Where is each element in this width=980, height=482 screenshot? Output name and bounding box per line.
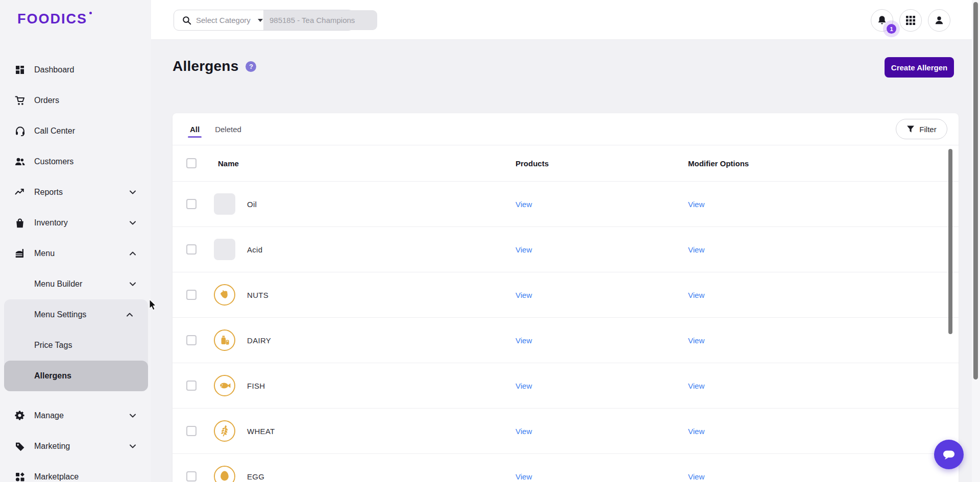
allergen-name: Acid: [247, 245, 262, 254]
view-modifiers-link[interactable]: View: [688, 291, 704, 299]
profile-button[interactable]: [928, 9, 950, 32]
logo-text: FOODICS: [17, 11, 87, 27]
sidebar-item-label: Menu Builder: [34, 280, 82, 289]
sidebar-item-label: Orders: [34, 96, 59, 105]
sidebar-item-marketing[interactable]: Marketing: [0, 431, 151, 462]
row-checkbox[interactable]: [186, 380, 197, 391]
chevron-up-icon: [127, 313, 133, 317]
tab-deleted[interactable]: Deleted: [215, 113, 241, 145]
sidebar: FOODICS Dashboard Orders Call Center Cus…: [0, 0, 151, 482]
nuts-icon: [214, 284, 235, 306]
header-products: Products: [516, 159, 549, 168]
view-modifiers-link[interactable]: View: [688, 245, 704, 254]
allergen-thumbnail: [211, 420, 238, 442]
sidebar-nav: Dashboard Orders Call Center Customers R…: [0, 55, 151, 482]
logo-trademark-dot: [89, 12, 92, 14]
dashboard-icon: [14, 64, 26, 75]
allergen-name: FISH: [247, 382, 265, 390]
egg-icon: [214, 466, 235, 482]
row-checkbox[interactable]: [186, 199, 197, 209]
sidebar-item-dashboard[interactable]: Dashboard: [0, 55, 151, 85]
view-products-link[interactable]: View: [516, 427, 532, 436]
customers-icon: [14, 156, 26, 167]
filter-button[interactable]: Filter: [896, 119, 947, 139]
sidebar-item-inventory[interactable]: Inventory: [0, 208, 151, 238]
sidebar-item-price-tags[interactable]: Price Tags: [4, 330, 148, 361]
sidebar-item-label: Menu: [34, 249, 55, 258]
headset-icon: [14, 125, 26, 137]
sidebar-item-manage[interactable]: Manage: [0, 400, 151, 431]
sidebar-item-customers[interactable]: Customers: [0, 146, 151, 177]
view-products-link[interactable]: View: [516, 291, 532, 299]
sidebar-item-label: Reports: [34, 188, 63, 197]
apps-button[interactable]: [899, 9, 922, 32]
sidebar-item-label: Call Center: [34, 126, 75, 136]
image-placeholder: [214, 239, 235, 260]
view-products-link[interactable]: View: [516, 200, 532, 209]
sidebar-item-menu-builder[interactable]: Menu Builder: [0, 269, 151, 299]
sidebar-item-reports[interactable]: Reports: [0, 177, 151, 208]
help-icon[interactable]: ?: [246, 61, 256, 72]
chevron-down-icon: [130, 444, 136, 448]
create-allergen-button[interactable]: Create Allergen: [885, 57, 954, 78]
view-modifiers-link[interactable]: View: [688, 382, 704, 390]
sidebar-item-call-center[interactable]: Call Center: [0, 116, 151, 146]
filter-button-label: Filter: [919, 125, 936, 134]
allergen-thumbnail: [211, 329, 238, 351]
window-scrollbar-track[interactable]: [972, 0, 980, 482]
window-scrollbar-thumb[interactable]: [973, 2, 978, 379]
allergen-name: WHEAT: [247, 427, 275, 436]
category-select[interactable]: Select Category: [174, 10, 263, 30]
chevron-down-icon: [130, 414, 136, 418]
view-modifiers-link[interactable]: View: [688, 427, 704, 436]
search-icon: [182, 16, 191, 25]
sidebar-item-menu[interactable]: Menu: [0, 238, 151, 269]
sidebar-item-allergens[interactable]: Allergens: [4, 361, 148, 391]
person-icon: [934, 15, 945, 26]
sidebar-item-label: Manage: [34, 411, 64, 420]
header-name: Name: [218, 159, 239, 168]
table-row: DAIRY View View: [173, 318, 959, 363]
sidebar-item-marketplace[interactable]: Marketplace: [0, 462, 151, 482]
main-content: Allergens ? Create Allergen All Deleted …: [151, 40, 980, 482]
chat-button[interactable]: [934, 440, 964, 469]
chevron-down-icon: [130, 190, 136, 194]
allergen-thumbnail: [211, 239, 238, 260]
view-modifiers-link[interactable]: View: [688, 472, 704, 481]
row-checkbox[interactable]: [186, 290, 197, 300]
sidebar-item-label: Customers: [34, 157, 74, 166]
allergen-thumbnail: [211, 193, 238, 215]
notification-count-badge: 1: [887, 24, 896, 34]
row-checkbox[interactable]: [186, 335, 197, 345]
chevron-down-icon: [130, 221, 136, 225]
select-all-checkbox[interactable]: [186, 158, 197, 168]
view-modifiers-link[interactable]: View: [688, 200, 704, 209]
view-products-link[interactable]: View: [516, 245, 532, 254]
tab-all[interactable]: All: [190, 113, 200, 145]
view-products-link[interactable]: View: [516, 382, 532, 390]
table-row: EGG View View: [173, 454, 959, 482]
allergen-name: EGG: [247, 472, 264, 481]
view-products-link[interactable]: View: [516, 472, 532, 481]
bell-icon: [876, 15, 888, 26]
row-checkbox[interactable]: [186, 244, 197, 255]
view-modifiers-link[interactable]: View: [688, 336, 704, 345]
caret-down-icon: [258, 19, 263, 22]
marketplace-icon: [14, 471, 26, 482]
sidebar-item-orders[interactable]: Orders: [0, 85, 151, 116]
sidebar-item-menu-settings[interactable]: Menu Settings: [4, 299, 148, 330]
card-scrollbar-thumb[interactable]: [948, 149, 952, 334]
menu-settings-group: Menu Settings Price Tags Allergens: [4, 299, 148, 391]
tabs-row: All Deleted Filter: [173, 113, 959, 145]
foodics-logo[interactable]: FOODICS: [17, 11, 87, 27]
row-checkbox[interactable]: [186, 471, 197, 481]
branch-search-input[interactable]: [263, 10, 377, 30]
menu-icon: [14, 248, 26, 259]
notifications-button[interactable]: 1: [871, 9, 893, 32]
chevron-up-icon: [130, 251, 136, 256]
row-checkbox[interactable]: [186, 426, 197, 436]
reports-icon: [14, 187, 26, 198]
chat-bubble-icon: [941, 446, 957, 463]
view-products-link[interactable]: View: [516, 336, 532, 345]
topbar-actions: 1: [871, 9, 950, 32]
